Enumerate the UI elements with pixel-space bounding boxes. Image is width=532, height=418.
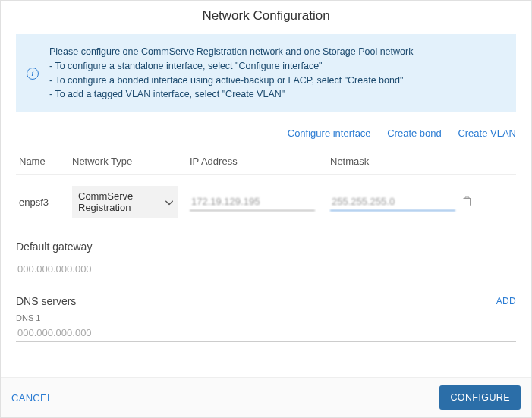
header-mask: Netmask <box>330 156 490 167</box>
header-name: Name <box>19 156 72 167</box>
info-icon: i <box>27 68 39 80</box>
action-links: Configure interface Create bond Create V… <box>16 127 516 139</box>
configure-button[interactable]: CONFIGURE <box>439 385 521 410</box>
info-line-2: - To configure a standalone interface, s… <box>49 59 505 74</box>
delete-row-button[interactable] <box>455 196 478 209</box>
network-type-select-wrap: CommServe Registration <box>72 186 190 218</box>
dns-label: DNS servers <box>16 295 76 307</box>
dns-1-label: DNS 1 <box>16 313 516 322</box>
dns-1-input[interactable] <box>16 324 516 342</box>
info-line-1: Please configure one CommServe Registrat… <box>49 45 505 59</box>
trash-icon <box>462 196 472 206</box>
network-config-dialog: Network Configuration i Please configure… <box>0 0 532 418</box>
info-banner: i Please configure one CommServe Registr… <box>16 34 516 112</box>
gateway-label: Default gateway <box>16 240 516 253</box>
network-type-select[interactable]: CommServe Registration <box>72 186 178 218</box>
cancel-button[interactable]: CANCEL <box>11 392 53 404</box>
interface-name: enpsf3 <box>19 196 72 208</box>
info-line-4: - To add a tagged VLAN interface, select… <box>49 87 505 102</box>
ip-address-input[interactable] <box>190 193 315 211</box>
page-title: Network Configuration <box>1 1 531 34</box>
add-dns-button[interactable]: ADD <box>496 296 516 306</box>
configure-interface-link[interactable]: Configure interface <box>288 127 371 139</box>
create-bond-link[interactable]: Create bond <box>387 127 442 139</box>
netmask-input[interactable] <box>330 193 455 211</box>
header-type: Network Type <box>72 156 190 167</box>
create-vlan-link[interactable]: Create VLAN <box>458 127 516 139</box>
info-line-3: - To configure a bonded interface using … <box>49 74 505 88</box>
interface-row: enpsf3 CommServe Registration <box>16 175 516 224</box>
interface-table-header: Name Network Type IP Address Netmask <box>16 149 516 175</box>
dialog-footer: CANCEL CONFIGURE <box>1 377 531 417</box>
header-ip: IP Address <box>190 156 330 167</box>
gateway-input[interactable] <box>16 260 516 278</box>
dialog-content: i Please configure one CommServe Registr… <box>1 34 531 377</box>
dns-header: DNS servers ADD <box>16 295 516 307</box>
